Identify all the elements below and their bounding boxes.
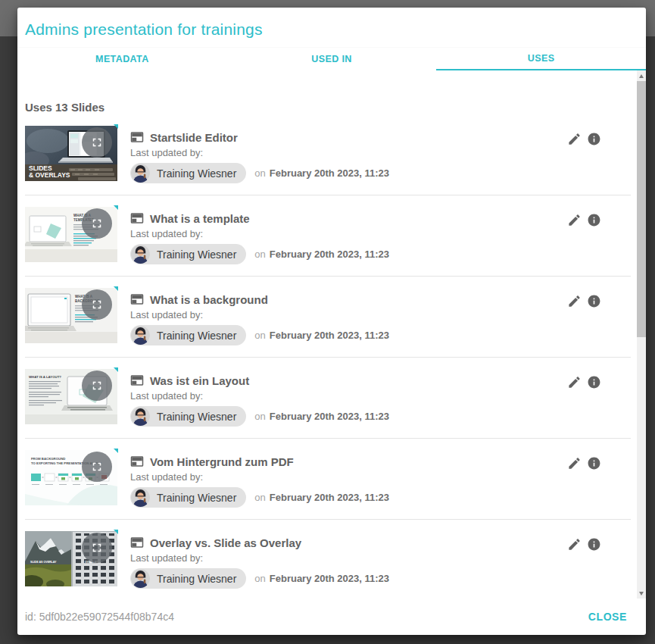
corner-flag-icon xyxy=(114,367,118,372)
user-chip[interactable]: Training Wiesner xyxy=(130,163,246,183)
user-chip[interactable]: Training Wiesner xyxy=(130,568,246,589)
fullscreen-icon xyxy=(90,136,104,149)
last-updated-label: Last updated by: xyxy=(130,552,558,564)
pencil-icon xyxy=(567,456,582,470)
tab-uses[interactable]: USES xyxy=(436,48,646,70)
svg-text:& OVERLAYS: & OVERLAYS xyxy=(29,171,70,179)
slide-row: SLIDES & OVERLAYS Startslide Editor xyxy=(25,114,631,195)
edit-button[interactable] xyxy=(567,212,582,227)
corner-flag-icon xyxy=(114,530,118,534)
dialog-title: Admins presentation for trainings xyxy=(25,20,628,39)
slide-icon xyxy=(130,130,144,144)
user-chip[interactable]: Training Wiesner xyxy=(130,487,246,508)
edit-button[interactable] xyxy=(567,536,582,552)
date-preposition: on xyxy=(254,249,265,260)
info-icon xyxy=(587,294,601,308)
slide-thumbnail[interactable]: WHAT IS A LAYOUT? xyxy=(25,369,117,424)
user-name: Training Wiesner xyxy=(157,573,236,585)
avatar xyxy=(131,164,150,183)
user-name: Training Wiesner xyxy=(157,492,236,504)
info-icon xyxy=(587,132,601,146)
svg-text:SLIDE AS OVERLAY: SLIDE AS OVERLAY xyxy=(30,561,57,564)
slide-icon xyxy=(130,536,144,549)
date-preposition: on xyxy=(254,330,265,341)
slide-icon xyxy=(130,211,144,225)
info-button[interactable] xyxy=(587,212,602,227)
date-preposition: on xyxy=(254,492,265,503)
fullscreen-icon xyxy=(90,217,104,230)
slide-thumbnail[interactable]: FROM BACKGROUND TO EXPORTING THE PRESENT… xyxy=(25,450,117,505)
user-name: Training Wiesner xyxy=(157,249,236,261)
tab-used-in[interactable]: USED IN xyxy=(227,48,437,70)
scrollbar-down-arrow[interactable] xyxy=(637,588,646,599)
close-button[interactable]: CLOSE xyxy=(588,611,627,623)
slide-thumbnail[interactable]: WHAT IS A TEMPLATE? xyxy=(25,207,117,262)
user-chip[interactable]: Training Wiesner xyxy=(130,244,246,264)
fullscreen-icon xyxy=(90,460,104,474)
date-preposition: on xyxy=(254,573,265,584)
edit-button[interactable] xyxy=(567,455,582,470)
info-icon xyxy=(587,456,601,470)
date-preposition: on xyxy=(254,411,265,422)
user-name: Training Wiesner xyxy=(157,411,236,423)
edit-button[interactable] xyxy=(567,131,582,146)
updated-date: February 20th 2023, 11:23 xyxy=(270,167,389,179)
slide-title: Vom Hintergrund zum PDF xyxy=(150,455,294,468)
info-button[interactable] xyxy=(587,131,602,146)
slide-thumbnail[interactable]: SLIDES & OVERLAYS xyxy=(25,126,117,181)
info-icon xyxy=(587,375,601,389)
scrollbar xyxy=(637,70,646,599)
last-updated-label: Last updated by: xyxy=(130,390,558,402)
corner-flag-icon xyxy=(114,124,118,129)
date-preposition: on xyxy=(254,167,265,179)
updated-date: February 20th 2023, 11:23 xyxy=(270,492,389,503)
slides-scroll-area: Uses 13 Slides xyxy=(17,70,646,599)
user-chip[interactable]: Training Wiesner xyxy=(130,406,246,427)
last-updated-label: Last updated by: xyxy=(130,147,558,158)
slide-title: What is a background xyxy=(150,293,268,306)
scrollbar-up-arrow[interactable] xyxy=(637,70,646,81)
pencil-icon xyxy=(567,375,582,389)
info-button[interactable] xyxy=(587,536,602,552)
avatar xyxy=(131,407,150,426)
info-button[interactable] xyxy=(587,455,602,470)
svg-text:WHAT IS A LAYOUT?: WHAT IS A LAYOUT? xyxy=(29,375,61,379)
expand-thumbnail-button[interactable] xyxy=(82,127,112,158)
corner-flag-icon xyxy=(114,205,118,210)
pencil-icon xyxy=(567,132,582,146)
fullscreen-icon xyxy=(90,541,104,555)
expand-thumbnail-button[interactable] xyxy=(82,208,112,239)
last-updated-label: Last updated by: xyxy=(130,471,558,483)
slide-title: What is a template xyxy=(150,212,250,225)
slide-thumbnail[interactable]: SLIDE AS OVERLAY OVERLAY xyxy=(25,531,117,586)
slide-thumbnail[interactable]: WHAT IS A BACKGROUND xyxy=(25,288,117,343)
slide-title: Overlay vs. Slide as Overlay xyxy=(150,536,301,549)
info-icon xyxy=(587,213,601,227)
user-name: Training Wiesner xyxy=(157,167,236,180)
avatar xyxy=(131,569,150,588)
list-header: Uses 13 Slides xyxy=(25,101,631,114)
dialog-footer: id: 5df0b22e59072544f08b74c4 CLOSE xyxy=(17,599,646,635)
slide-row: WHAT IS A BACKGROUND xyxy=(25,277,631,358)
info-button[interactable] xyxy=(587,374,602,389)
expand-thumbnail-button[interactable] xyxy=(82,370,112,401)
tab-metadata[interactable]: METADATA xyxy=(17,48,227,70)
user-chip[interactable]: Training Wiesner xyxy=(130,325,246,345)
dialog-header: Admins presentation for trainings xyxy=(17,8,646,47)
corner-flag-icon xyxy=(114,449,118,453)
expand-thumbnail-button[interactable] xyxy=(82,452,112,482)
fullscreen-icon xyxy=(90,298,104,311)
expand-thumbnail-button[interactable] xyxy=(82,533,112,563)
info-button[interactable] xyxy=(587,293,602,308)
edit-button[interactable] xyxy=(567,293,582,308)
pencil-icon xyxy=(567,294,582,308)
slide-icon xyxy=(130,455,144,468)
last-updated-label: Last updated by: xyxy=(130,228,558,239)
last-updated-label: Last updated by: xyxy=(130,309,558,320)
expand-thumbnail-button[interactable] xyxy=(82,289,112,320)
edit-button[interactable] xyxy=(567,374,582,389)
avatar xyxy=(131,245,150,264)
slide-row: SLIDE AS OVERLAY OVERLAY xyxy=(25,520,631,599)
slide-icon xyxy=(130,374,144,387)
scrollbar-thumb[interactable] xyxy=(637,81,646,337)
